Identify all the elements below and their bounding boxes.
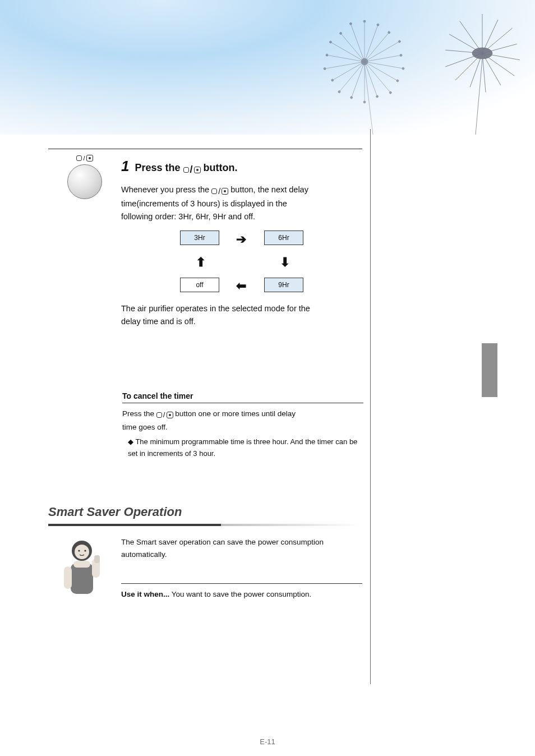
svg-rect-60 xyxy=(64,566,72,589)
arrow-left-icon: ⬅ xyxy=(236,276,246,296)
step-number: 1 xyxy=(121,158,129,174)
timer-icon: / xyxy=(76,155,93,162)
arrow-down-icon: ⬇ xyxy=(280,253,290,272)
step-line-1a: Whenever you press the xyxy=(121,185,211,194)
use-it-when-block: Use it when... You want to save the powe… xyxy=(121,583,362,601)
cancel-bullet-text: The minimum programmable time is three h… xyxy=(128,437,357,457)
round-button-graphic xyxy=(67,164,102,199)
cancel-body-3: time goes off. xyxy=(122,421,363,434)
cancel-body-2: button one or more times until delay xyxy=(175,409,296,418)
step-line-3: delay time and is off. xyxy=(121,315,362,328)
step-line-1b: button, the next delay xyxy=(230,185,308,194)
vertical-rule xyxy=(370,129,371,684)
timer-icon: / xyxy=(156,409,173,421)
step-text: 1 Press the / button. Whenever you press… xyxy=(121,155,362,328)
timer-icon: / xyxy=(183,162,201,178)
cancel-bullet-note: ◆ The minimum programmable time is three… xyxy=(128,436,363,459)
cycle-chip-6hr: 6Hr xyxy=(264,231,303,245)
step-block: / 1 Press the / button. xyxy=(48,149,362,328)
page-number: E-11 xyxy=(0,737,535,746)
svg-point-55 xyxy=(75,545,89,559)
smart-saver-title: Smart Saver Operation xyxy=(48,505,182,519)
step-title-prefix: Press the xyxy=(135,162,183,173)
sky-banner xyxy=(0,0,535,135)
cycle-chip-3hr: 3Hr xyxy=(180,231,219,245)
cycle-chip-off: off xyxy=(180,278,219,292)
svg-rect-59 xyxy=(73,561,90,568)
step-title-suffix: button. xyxy=(204,162,238,173)
use-it-when-text: You want to save the power consumption. xyxy=(172,590,311,598)
delay-cycle-diagram: 3Hr 6Hr 9Hr off ➔ ⬇ ⬅ ⬆ xyxy=(158,231,326,298)
timer-icon: / xyxy=(211,185,228,197)
svg-rect-58 xyxy=(71,563,93,594)
step-line-1c: time(increments of 3 hours) is displayed… xyxy=(121,197,362,210)
cancel-body: Press the / button one or more times unt… xyxy=(122,408,363,433)
cancel-heading: To cancel the timer xyxy=(122,391,363,403)
cycle-chip-9hr: 9Hr xyxy=(264,278,303,292)
use-it-when-label: Use it when... xyxy=(121,590,169,598)
timer-button-illustration: / xyxy=(48,155,121,199)
arrow-up-icon: ⬆ xyxy=(196,253,206,272)
step-line-2: The air purifier operates in the selecte… xyxy=(121,302,362,315)
section-side-tab xyxy=(482,343,497,397)
svg-point-56 xyxy=(78,550,80,551)
cancel-body-1: Press the xyxy=(122,409,156,418)
step-line-1d: following order: 3Hr, 6Hr, 9Hr and off. xyxy=(121,210,362,223)
smart-saver-underline xyxy=(48,524,362,526)
svg-rect-62 xyxy=(94,555,100,563)
person-illustration xyxy=(48,536,121,603)
svg-point-57 xyxy=(84,550,86,551)
arrow-right-icon: ➔ xyxy=(236,230,246,249)
page-root: / 1 Press the / button. xyxy=(0,0,535,756)
cancel-timer-block: To cancel the timer Press the / button o… xyxy=(122,391,363,459)
step-top-rule xyxy=(48,149,362,149)
